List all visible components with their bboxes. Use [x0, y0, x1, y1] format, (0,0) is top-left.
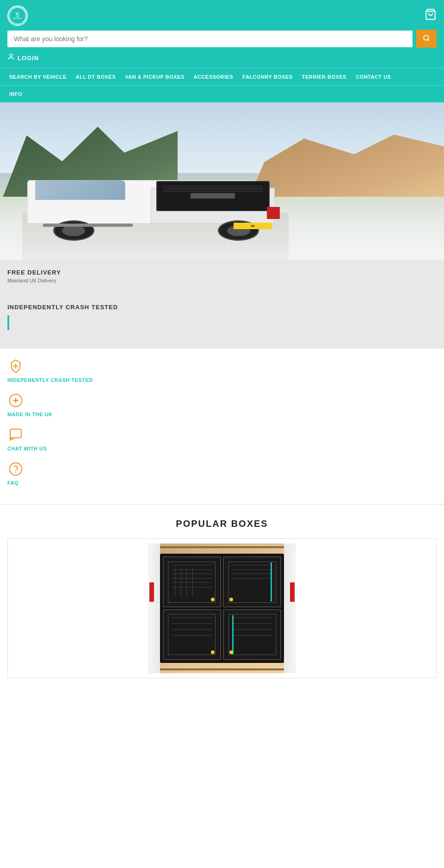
info-banner-crash: INDEPENDENTLY CRASH TESTED [0, 293, 444, 349]
free-delivery-title: FREE DELIVERY [7, 269, 437, 276]
info-banner-delivery: FREE DELIVERY Mainland UK Delivery [0, 260, 444, 293]
crash-tested-title: INDEPENDENTLY CRASH TESTED [7, 304, 437, 311]
faq-icon [7, 461, 24, 477]
nav-item-van-pickup[interactable]: VAN & PICKUP BOXES [120, 69, 189, 85]
search-bar [7, 30, 437, 48]
nav-bar-second: INFO [0, 85, 444, 102]
chat-label: CHAT WITH US [7, 446, 47, 451]
popular-boxes-section: POPULAR BOXES [0, 505, 444, 692]
shield-icon [7, 358, 24, 375]
nav-item-info[interactable]: INFO [5, 86, 27, 102]
nav-bar: SEARCH BY VEHICLE ALL DT BOXES VAN & PIC… [0, 68, 444, 85]
svg-point-0 [9, 7, 26, 24]
free-delivery-subtitle: Mainland UK Delivery [7, 278, 437, 283]
chat-icon [7, 426, 24, 443]
made-in-uk-label: MADE IN THE UK [7, 412, 52, 417]
popular-grid [7, 538, 437, 678]
svg-text:BOXES: BOXES [13, 17, 22, 19]
login-label[interactable]: LOGIN [18, 55, 39, 62]
feature-faq: FAQ [7, 461, 437, 486]
search-button[interactable] [416, 30, 437, 48]
nav-item-search-vehicle[interactable]: SEARCH BY VEHICLE [5, 69, 71, 85]
search-input[interactable] [7, 31, 413, 47]
cart-button[interactable] [425, 8, 437, 22]
login-row[interactable]: LOGIN [7, 51, 437, 64]
nav-item-contact[interactable]: CONTACT US [351, 69, 395, 85]
nav-item-accessories[interactable]: ACCESSORIES [189, 69, 238, 85]
logo: DT BOXES [7, 6, 28, 26]
svg-point-5 [424, 35, 429, 40]
truck-image: GB [22, 162, 280, 241]
svg-point-6 [10, 54, 12, 56]
popular-boxes-title: POPULAR BOXES [7, 518, 437, 529]
user-icon [7, 53, 15, 62]
nav-item-all-boxes[interactable]: ALL DT BOXES [71, 69, 120, 85]
svg-point-12 [10, 463, 22, 475]
header: DT BOXES LOGI [0, 0, 444, 68]
feature-crash-tested: INDEPENENTLY CRASH TESTED [7, 358, 437, 383]
faq-label: FAQ [7, 480, 18, 486]
teal-accent-bar [7, 315, 9, 330]
logo-row: DT BOXES [7, 6, 437, 26]
features-section: INDEPENENTLY CRASH TESTED MADE IN THE UK… [0, 349, 444, 504]
crash-tested-label: INDEPENENTLY CRASH TESTED [7, 377, 93, 383]
nav-item-terrier[interactable]: TERRIER BOXES [297, 69, 351, 85]
feature-made-in-uk: MADE IN THE UK [7, 392, 437, 417]
popular-product-image[interactable] [148, 543, 296, 673]
feature-chat: CHAT WITH US [7, 426, 437, 451]
triangle-icon [7, 392, 24, 409]
hero-image: GB [0, 102, 444, 260]
nav-item-falconry[interactable]: FALCONRY BOXES [238, 69, 297, 85]
